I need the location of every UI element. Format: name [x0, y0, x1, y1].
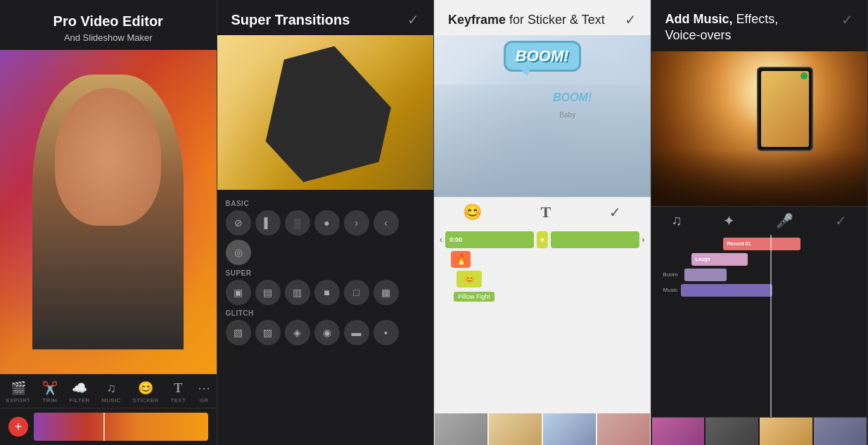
panel2-header: Super Transitions ✓ — [217, 0, 434, 35]
music-icon: ♫ — [106, 381, 116, 396]
panel3-check-icon[interactable]: ✓ — [625, 11, 637, 28]
kf-clip-smiley[interactable]: 😊 — [457, 271, 482, 288]
add-button[interactable]: + — [8, 417, 28, 437]
super-icon-1[interactable]: ▣ — [226, 280, 251, 305]
glitch-icon-5[interactable]: ▬ — [344, 320, 369, 345]
p4-check-icon[interactable]: ✓ — [835, 212, 847, 229]
trans-icon-1[interactable]: ⊘ — [226, 210, 251, 236]
sticker-label-pill: Pillow Fight — [454, 292, 494, 302]
photo-bg-people — [434, 84, 651, 197]
trans-icon-4[interactable]: ● — [314, 210, 340, 236]
export-label: EXPORT — [6, 397, 30, 404]
audio-bar-record-text: Record 01 — [727, 241, 751, 246]
kf-track-main: ‹ 0:00 ▾ › — [440, 231, 645, 248]
toolbar-item-sticker[interactable]: 😊 STICKER — [133, 380, 159, 404]
audio-tracks-area: Record 01 Laugh Boom Music — [651, 235, 868, 417]
panel3-title-normal: for Sticker & Text — [509, 13, 605, 27]
thumb-2 — [489, 413, 542, 445]
panel-pro-editor: Pro Video Editor And Slideshow Maker 🎬 E… — [0, 0, 217, 445]
basic-icon-grid: ⊘ ▌ ░ ● › ‹ ◎ — [226, 210, 426, 265]
boom3-small-text: Baby — [559, 111, 575, 119]
p4-mic-icon[interactable]: 🎤 — [776, 212, 793, 229]
trans-icon-5[interactable]: › — [344, 210, 369, 236]
audio-track-record: Record 01 — [657, 238, 862, 250]
timeline-strip[interactable] — [34, 413, 208, 441]
filter-label: FILTER — [70, 397, 90, 404]
glitch-icon-6[interactable]: ▪ — [374, 320, 399, 345]
super-icon-6[interactable]: ▦ — [374, 280, 399, 305]
panel3-title: Keyframe for Sticker & Text — [448, 13, 605, 27]
kf-clip-right[interactable] — [551, 231, 639, 248]
panel2-check-icon[interactable]: ✓ — [407, 11, 419, 28]
trans-icon-3[interactable]: ░ — [285, 210, 310, 236]
text-icon: T — [174, 381, 182, 396]
glitch-icon-4[interactable]: ◉ — [314, 320, 340, 345]
glitch-icon-3[interactable]: ◈ — [285, 320, 310, 345]
kf-nav-left[interactable]: ‹ — [440, 235, 442, 245]
toolbar-item-export[interactable]: 🎬 EXPORT — [6, 380, 30, 404]
kf-clip-flame[interactable]: 🔥 — [451, 251, 471, 268]
trans-icon-7[interactable]: ◎ — [226, 240, 251, 265]
panel3-check-toolbar-icon[interactable]: ✓ — [609, 204, 621, 221]
thumb2-4 — [814, 418, 867, 445]
sticker-label: STICKER — [133, 397, 159, 404]
kf-clip-time: 0:00 — [449, 236, 462, 243]
toolbar-item-text[interactable]: T TEXT — [170, 381, 186, 404]
panel2-skater-image — [217, 35, 434, 190]
thumb-3 — [543, 413, 596, 445]
trans-icon-6[interactable]: ‹ — [374, 210, 399, 236]
track-label-boom: Boom — [657, 271, 678, 278]
kf-track-emoji: 😊 — [440, 271, 645, 288]
audio-bar-laugh-text: Laugh — [696, 257, 710, 262]
phone-screen — [761, 71, 809, 147]
boom-bubble-text: BOOM! — [504, 41, 581, 72]
panel-keyframe: Keyframe for Sticker & Text ✓ BOOM! BOOM… — [434, 0, 651, 445]
panel4-check-icon[interactable]: ✓ — [841, 11, 853, 28]
panel3-sticker-icon[interactable]: 😊 — [463, 203, 482, 221]
skater-silhouette — [246, 36, 404, 189]
label-track: Pillow Fight — [440, 290, 645, 303]
thumb-4 — [597, 413, 650, 445]
p4-music-icon[interactable]: ♫ — [672, 212, 682, 228]
boom2-text: BOOM! — [553, 91, 592, 104]
kf-nav-right[interactable]: › — [642, 235, 645, 245]
super-icon-5[interactable]: □ — [344, 280, 369, 305]
panel1-sub-title: And Slideshow Maker — [14, 32, 203, 43]
glitch-icon-2[interactable]: ▨ — [255, 320, 281, 345]
kf-clip-main[interactable]: 0:00 — [445, 231, 534, 248]
kf-clip-arrow: ▾ — [537, 231, 548, 248]
section-glitch-label: GLITCH — [226, 309, 426, 317]
trans-icon-2[interactable]: ▌ — [255, 210, 281, 236]
super-icon-3[interactable]: ▥ — [285, 280, 310, 305]
music-label: MUSIC — [102, 397, 121, 404]
p4-effects-icon[interactable]: ✦ — [723, 212, 735, 229]
panel4-concert-image — [651, 51, 868, 206]
trim-label: TRIM — [43, 397, 58, 404]
panel3-text-icon[interactable]: T — [540, 203, 551, 221]
text-label: TEXT — [170, 397, 186, 404]
thumb2-3 — [760, 418, 812, 445]
super-icon-2[interactable]: ▤ — [255, 280, 281, 305]
keyframe-timeline: ‹ 0:00 ▾ › 🔥 😊 Pillow Fight — [434, 227, 651, 413]
panel4-header: Add Music, Effects,Voice-overs ✓ — [651, 0, 868, 51]
panel-transitions: Super Transitions ✓ BASIC ⊘ ▌ ░ ● › ‹ ◎ … — [217, 0, 435, 445]
audio-bar-boom[interactable] — [684, 269, 727, 281]
toolbar-item-gr[interactable]: ⋯ GR — [198, 380, 210, 404]
panel1-photo-bg — [0, 50, 217, 374]
gr-label: GR — [200, 397, 209, 404]
thumb2-2 — [706, 418, 758, 445]
panel1-toolbar: 🎬 EXPORT ✂️ TRIM ☁️ FILTER ♫ MUSIC 😊 STI… — [0, 374, 217, 408]
toolbar-item-filter[interactable]: ☁️ FILTER — [70, 380, 90, 404]
glitch-icon-1[interactable]: ▧ — [226, 320, 251, 345]
super-icon-grid: ▣ ▤ ▥ ■ □ ▦ — [226, 280, 426, 305]
toolbar-item-music[interactable]: ♫ MUSIC — [102, 381, 121, 404]
boom-sticker: BOOM! — [504, 41, 581, 72]
girl-silhouette — [32, 75, 184, 350]
audio-bar-laugh[interactable]: Laugh — [691, 253, 748, 266]
super-icon-4[interactable]: ■ — [314, 280, 340, 305]
thumb-1 — [435, 413, 487, 445]
audio-bar-record[interactable]: Record 01 — [723, 238, 800, 250]
audio-bar-music[interactable] — [681, 284, 772, 297]
panel1-image-area — [0, 50, 217, 374]
toolbar-item-trim[interactable]: ✂️ TRIM — [42, 380, 58, 404]
